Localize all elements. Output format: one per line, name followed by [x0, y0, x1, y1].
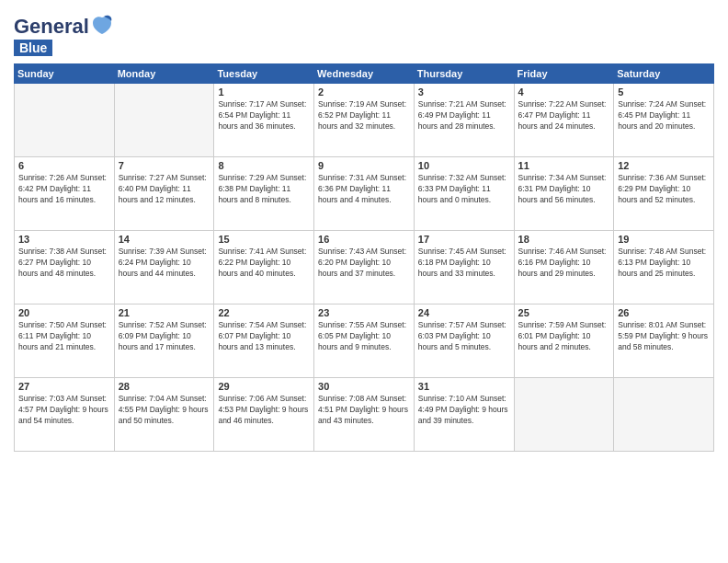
calendar-cell: 29Sunrise: 7:06 AM Sunset: 4:53 PM Dayli…: [214, 378, 314, 452]
day-number: 7: [119, 160, 210, 171]
day-info: Sunrise: 7:41 AM Sunset: 6:22 PM Dayligh…: [218, 247, 310, 280]
calendar-cell: 2Sunrise: 7:19 AM Sunset: 6:52 PM Daylig…: [314, 84, 415, 157]
day-info: Sunrise: 7:43 AM Sunset: 6:20 PM Dayligh…: [318, 247, 410, 280]
day-info: Sunrise: 7:03 AM Sunset: 4:57 PM Dayligh…: [18, 394, 110, 427]
day-number: 31: [418, 381, 510, 392]
calendar-cell: 24Sunrise: 7:57 AM Sunset: 6:03 PM Dayli…: [414, 304, 514, 378]
day-number: 26: [618, 307, 710, 318]
calendar-cell: [614, 378, 714, 452]
day-number: 3: [418, 86, 510, 98]
day-info: Sunrise: 7:06 AM Sunset: 4:53 PM Dayligh…: [218, 394, 310, 427]
calendar-week-row: 1Sunrise: 7:17 AM Sunset: 6:54 PM Daylig…: [15, 84, 714, 157]
calendar-cell: 20Sunrise: 7:50 AM Sunset: 6:11 PM Dayli…: [15, 304, 115, 378]
day-number: 2: [318, 86, 410, 98]
day-number: 27: [18, 381, 110, 392]
day-number: 28: [119, 381, 210, 392]
day-number: 14: [119, 234, 210, 245]
day-number: 17: [418, 234, 510, 245]
day-info: Sunrise: 7:45 AM Sunset: 6:18 PM Dayligh…: [418, 247, 510, 280]
calendar-cell: 17Sunrise: 7:45 AM Sunset: 6:18 PM Dayli…: [414, 231, 514, 304]
calendar-cell: 19Sunrise: 7:48 AM Sunset: 6:13 PM Dayli…: [614, 231, 714, 304]
calendar-week-row: 20Sunrise: 7:50 AM Sunset: 6:11 PM Dayli…: [15, 304, 714, 378]
logo-bird-icon: [91, 14, 113, 40]
weekday-header-friday: Friday: [514, 64, 614, 84]
day-info: Sunrise: 7:19 AM Sunset: 6:52 PM Dayligh…: [318, 99, 410, 132]
day-info: Sunrise: 7:04 AM Sunset: 4:55 PM Dayligh…: [119, 394, 210, 427]
day-info: Sunrise: 7:55 AM Sunset: 6:05 PM Dayligh…: [318, 320, 410, 353]
calendar-cell: 15Sunrise: 7:41 AM Sunset: 6:22 PM Dayli…: [214, 231, 314, 304]
day-number: 23: [318, 307, 410, 318]
day-number: 20: [18, 307, 110, 318]
day-info: Sunrise: 7:08 AM Sunset: 4:51 PM Dayligh…: [318, 394, 410, 427]
calendar-week-row: 6Sunrise: 7:26 AM Sunset: 6:42 PM Daylig…: [15, 157, 714, 231]
day-number: 21: [119, 307, 210, 318]
calendar-cell: 25Sunrise: 7:59 AM Sunset: 6:01 PM Dayli…: [514, 304, 614, 378]
day-info: Sunrise: 7:59 AM Sunset: 6:01 PM Dayligh…: [518, 320, 610, 353]
calendar-cell: 18Sunrise: 7:46 AM Sunset: 6:16 PM Dayli…: [514, 231, 614, 304]
day-number: 19: [618, 234, 710, 245]
weekday-header-tuesday: Tuesday: [214, 64, 314, 84]
calendar-cell: 4Sunrise: 7:22 AM Sunset: 6:47 PM Daylig…: [514, 84, 614, 157]
day-number: 24: [418, 307, 510, 318]
day-number: 18: [518, 234, 610, 245]
calendar-cell: 13Sunrise: 7:38 AM Sunset: 6:27 PM Dayli…: [15, 231, 115, 304]
day-number: 5: [618, 86, 710, 98]
calendar-cell: 23Sunrise: 7:55 AM Sunset: 6:05 PM Dayli…: [314, 304, 415, 378]
day-info: Sunrise: 7:29 AM Sunset: 6:38 PM Dayligh…: [218, 173, 310, 206]
calendar-cell: [514, 378, 614, 452]
calendar-week-row: 13Sunrise: 7:38 AM Sunset: 6:27 PM Dayli…: [15, 231, 714, 304]
day-number: 12: [618, 160, 710, 171]
calendar-cell: [15, 84, 115, 157]
day-info: Sunrise: 7:27 AM Sunset: 6:40 PM Dayligh…: [119, 173, 210, 206]
day-number: 25: [518, 307, 610, 318]
day-info: Sunrise: 7:46 AM Sunset: 6:16 PM Dayligh…: [518, 247, 610, 280]
calendar-cell: 16Sunrise: 7:43 AM Sunset: 6:20 PM Dayli…: [314, 231, 415, 304]
logo-blue: Blue: [14, 40, 52, 56]
day-number: 1: [218, 86, 310, 98]
day-number: 16: [318, 234, 410, 245]
calendar-cell: 3Sunrise: 7:21 AM Sunset: 6:49 PM Daylig…: [414, 84, 514, 157]
calendar-cell: 7Sunrise: 7:27 AM Sunset: 6:40 PM Daylig…: [114, 157, 214, 231]
day-number: 29: [218, 381, 310, 392]
calendar-cell: 11Sunrise: 7:34 AM Sunset: 6:31 PM Dayli…: [514, 157, 614, 231]
calendar-cell: [114, 84, 214, 157]
day-info: Sunrise: 8:01 AM Sunset: 5:59 PM Dayligh…: [618, 320, 710, 353]
day-number: 10: [418, 160, 510, 171]
weekday-header-thursday: Thursday: [414, 64, 514, 84]
calendar-cell: 28Sunrise: 7:04 AM Sunset: 4:55 PM Dayli…: [114, 378, 214, 452]
calendar-cell: 1Sunrise: 7:17 AM Sunset: 6:54 PM Daylig…: [214, 84, 314, 157]
day-number: 30: [318, 381, 410, 392]
day-number: 13: [18, 234, 110, 245]
calendar-cell: 14Sunrise: 7:39 AM Sunset: 6:24 PM Dayli…: [114, 231, 214, 304]
calendar-container: General Blue SundayMondayTuesdayWednesda…: [0, 0, 728, 456]
weekday-header-row: SundayMondayTuesdayWednesdayThursdayFrid…: [15, 64, 714, 84]
calendar-cell: 21Sunrise: 7:52 AM Sunset: 6:09 PM Dayli…: [114, 304, 214, 378]
weekday-header-monday: Monday: [114, 64, 214, 84]
weekday-header-wednesday: Wednesday: [314, 64, 415, 84]
day-info: Sunrise: 7:32 AM Sunset: 6:33 PM Dayligh…: [418, 173, 510, 206]
day-info: Sunrise: 7:52 AM Sunset: 6:09 PM Dayligh…: [119, 320, 210, 353]
calendar-cell: 22Sunrise: 7:54 AM Sunset: 6:07 PM Dayli…: [214, 304, 314, 378]
day-info: Sunrise: 7:39 AM Sunset: 6:24 PM Dayligh…: [119, 247, 210, 280]
weekday-header-saturday: Saturday: [614, 64, 714, 84]
day-number: 15: [218, 234, 310, 245]
day-info: Sunrise: 7:26 AM Sunset: 6:42 PM Dayligh…: [18, 173, 110, 206]
calendar-cell: 30Sunrise: 7:08 AM Sunset: 4:51 PM Dayli…: [314, 378, 415, 452]
day-info: Sunrise: 7:34 AM Sunset: 6:31 PM Dayligh…: [518, 173, 610, 206]
calendar-cell: 12Sunrise: 7:36 AM Sunset: 6:29 PM Dayli…: [614, 157, 714, 231]
header: General Blue: [14, 9, 714, 56]
day-info: Sunrise: 7:48 AM Sunset: 6:13 PM Dayligh…: [618, 247, 710, 280]
day-info: Sunrise: 7:57 AM Sunset: 6:03 PM Dayligh…: [418, 320, 510, 353]
day-number: 9: [318, 160, 410, 171]
day-number: 4: [518, 86, 610, 98]
day-info: Sunrise: 7:10 AM Sunset: 4:49 PM Dayligh…: [418, 394, 510, 427]
day-info: Sunrise: 7:38 AM Sunset: 6:27 PM Dayligh…: [18, 247, 110, 280]
day-info: Sunrise: 7:50 AM Sunset: 6:11 PM Dayligh…: [18, 320, 110, 353]
day-number: 6: [18, 160, 110, 171]
day-info: Sunrise: 7:21 AM Sunset: 6:49 PM Dayligh…: [418, 99, 510, 132]
day-info: Sunrise: 7:17 AM Sunset: 6:54 PM Dayligh…: [218, 99, 310, 132]
logo-text: General Blue: [14, 14, 113, 56]
day-number: 22: [218, 307, 310, 318]
day-info: Sunrise: 7:31 AM Sunset: 6:36 PM Dayligh…: [318, 173, 410, 206]
calendar-cell: 10Sunrise: 7:32 AM Sunset: 6:33 PM Dayli…: [414, 157, 514, 231]
